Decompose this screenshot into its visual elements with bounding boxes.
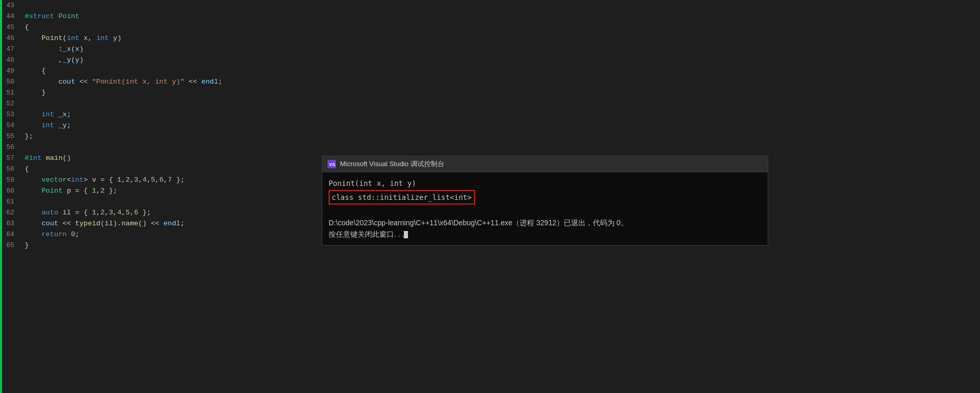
- code-line: {: [25, 65, 980, 76]
- code-line: [25, 142, 980, 153]
- line-number: 55: [2, 131, 21, 142]
- line-number: 51: [2, 87, 21, 98]
- code-line: [25, 0, 980, 11]
- code-line: cout << "Ponint(int x, int y)" << endl;: [25, 76, 980, 87]
- svg-text:VS: VS: [329, 162, 335, 167]
- line-number: 50: [2, 76, 21, 87]
- code-line: Point(int x, int y): [25, 33, 980, 44]
- console-titlebar: VS Microsoft Visual Studio 调试控制台: [322, 156, 768, 172]
- line-number: 49: [2, 65, 21, 76]
- console-body: Ponint(int x, int y) class std::initiali…: [322, 172, 768, 245]
- code-line: :_x(x): [25, 44, 980, 55]
- line-number: 58: [2, 164, 21, 174]
- line-number: 56: [2, 142, 21, 153]
- line-number: 60: [2, 185, 21, 196]
- line-number: 65: [2, 240, 21, 251]
- line-number: 47: [2, 44, 21, 55]
- console-title: Microsoft Visual Studio 调试控制台: [340, 159, 444, 169]
- console-line1: Ponint(int x, int y): [329, 178, 761, 189]
- line-number: 54: [2, 120, 21, 131]
- console-line4: 按任意键关闭此窗口. . .: [329, 228, 761, 240]
- line-number: 52: [2, 98, 21, 109]
- line-number: 43: [2, 0, 21, 11]
- line-number: 44: [2, 11, 21, 22]
- cursor: [404, 231, 408, 238]
- line-number: 59: [2, 174, 21, 185]
- code-line: int _y;: [25, 120, 980, 131]
- code-line: [25, 98, 980, 109]
- console-highlighted-line: class std::initializer_list<int>: [329, 189, 761, 206]
- code-line: ,_y(y): [25, 55, 980, 65]
- line-number: 61: [2, 196, 21, 207]
- line-number: 53: [2, 109, 21, 120]
- line-number: 48: [2, 55, 21, 65]
- line-number: 57: [2, 153, 21, 164]
- vs-icon: VS: [328, 160, 336, 168]
- line-number: 45: [2, 22, 21, 33]
- console-line3: D:\code\2023\cpp-learning\C++11\x64\Debu…: [329, 217, 761, 228]
- code-line: {: [25, 22, 980, 33]
- code-line: }: [25, 87, 980, 98]
- line-number: 64: [2, 229, 21, 240]
- line-numbers: 4344454647484950515253545556575859606162…: [2, 0, 21, 393]
- line-number: 46: [2, 33, 21, 44]
- line-number: 62: [2, 207, 21, 218]
- console-popup[interactable]: VS Microsoft Visual Studio 调试控制台 Ponint(…: [322, 156, 768, 246]
- code-editor: 4344454647484950515253545556575859606162…: [0, 0, 980, 393]
- code-line: #struct Point: [25, 11, 980, 22]
- code-line: int _x;: [25, 109, 980, 120]
- highlighted-text: class std::initializer_list<int>: [329, 190, 475, 205]
- line-number: 63: [2, 218, 21, 229]
- code-line: };: [25, 131, 980, 142]
